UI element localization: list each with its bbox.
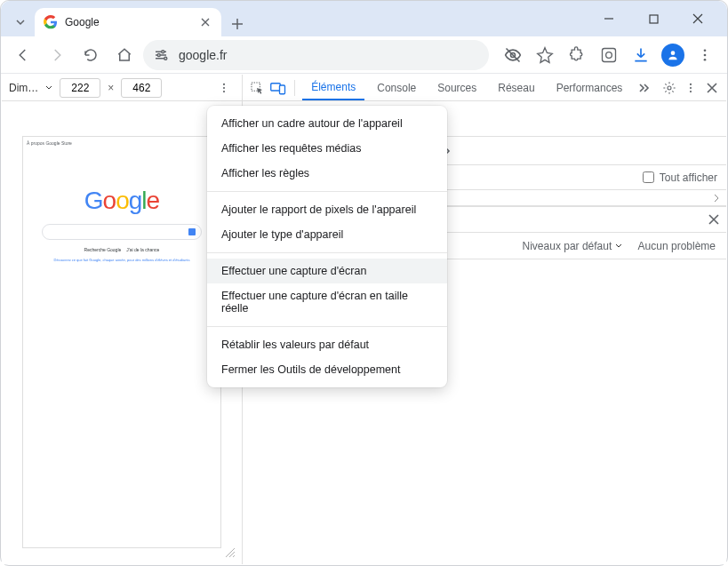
close-icon (708, 214, 719, 225)
svg-rect-5 (603, 48, 616, 61)
svg-point-2 (157, 53, 160, 56)
address-bar[interactable]: google.fr (143, 40, 489, 70)
tab-close-button[interactable] (198, 15, 212, 29)
plus-icon (231, 18, 244, 30)
svg-point-18 (690, 83, 692, 84)
dimension-separator: × (108, 82, 114, 94)
mini-top-left: À propos Google Store (27, 140, 72, 146)
forward-button[interactable] (42, 40, 72, 70)
svg-rect-0 (650, 15, 658, 23)
downloads-button[interactable] (626, 40, 656, 70)
svg-point-10 (704, 58, 707, 60)
incognito-indicator[interactable] (498, 40, 528, 70)
inspect-element-button[interactable] (248, 77, 266, 99)
device-height-input[interactable] (121, 78, 162, 98)
menu-item-show-rulers[interactable]: Afficher les règles (207, 161, 447, 186)
toggle-device-button[interactable] (269, 77, 287, 99)
profile-button[interactable] (658, 40, 688, 70)
download-icon (632, 46, 650, 64)
kebab-icon (684, 82, 697, 94)
device-toolbar: Dim… × (2, 75, 242, 101)
issues-status[interactable]: Aucun problème (638, 240, 716, 252)
svg-point-17 (668, 86, 671, 90)
arrow-left-icon (15, 47, 31, 63)
kebab-icon (697, 47, 713, 63)
window-minimize-button[interactable] (594, 6, 624, 31)
tune-icon (153, 47, 169, 63)
chevron-down-icon (15, 17, 26, 28)
mini-btn-lucky: J'ai de la chance (126, 247, 159, 252)
chevron-double-right-icon (637, 82, 650, 94)
arrow-right-icon (49, 47, 65, 63)
home-button[interactable] (109, 40, 140, 70)
svg-point-20 (690, 91, 692, 92)
menu-item-add-dpr[interactable]: Ajouter le rapport de pixels de l'appare… (207, 197, 447, 222)
lens-icon (600, 46, 618, 64)
viewport-resize-handle[interactable] (224, 546, 236, 559)
caret-down-icon (615, 243, 622, 250)
close-icon (201, 18, 210, 27)
lens-button[interactable] (594, 40, 624, 70)
menu-item-capture-full-screenshot[interactable]: Effectuer une capture d'écran en taille … (207, 283, 447, 321)
window-maximize-button[interactable] (638, 6, 668, 31)
log-levels-dropdown[interactable]: Niveaux par défaut (523, 240, 622, 252)
svg-point-7 (671, 51, 676, 55)
star-icon (536, 46, 554, 64)
reload-icon (83, 47, 99, 63)
maximize-icon (649, 14, 659, 24)
minimize-icon (604, 13, 614, 24)
menu-item-reset-defaults[interactable]: Rétablir les valeurs par défaut (207, 332, 447, 357)
back-button[interactable] (8, 40, 38, 70)
drawer-close-button[interactable] (708, 214, 719, 225)
tab-search-button[interactable] (6, 8, 35, 36)
caret-down-icon (45, 84, 52, 92)
tab-elements[interactable]: Éléments (302, 75, 364, 100)
mini-footer-text: Découvrez ce que fait Google, chaque ann… (54, 258, 190, 263)
eye-off-icon (504, 46, 522, 64)
devtools-menu-button[interactable] (682, 77, 700, 99)
svg-point-6 (606, 52, 612, 58)
google-favicon-icon (44, 15, 58, 29)
tab-network[interactable]: Réseau (489, 75, 543, 100)
close-icon (692, 13, 703, 24)
window-close-button[interactable] (683, 6, 713, 31)
devtools-main-tabs: Éléments Console Sources Réseau Performa… (243, 75, 726, 101)
menu-item-show-media-queries[interactable]: Afficher les requêtes médias (207, 136, 447, 161)
resize-grip-icon (224, 546, 236, 559)
tab-sources[interactable]: Sources (428, 75, 485, 100)
mini-search-box (42, 224, 202, 240)
bookmark-button[interactable] (530, 40, 560, 70)
chrome-menu-button[interactable] (690, 40, 720, 70)
device-dimensions-dropdown[interactable]: Dim… (9, 82, 38, 94)
puzzle-icon (568, 46, 586, 64)
browser-toolbar: google.fr (1, 36, 727, 74)
device-toolbar-menu-button[interactable] (213, 77, 235, 99)
svg-point-3 (164, 57, 167, 60)
svg-rect-15 (271, 83, 281, 90)
device-emulation-pane: Dim… × À propos Google Store (2, 75, 242, 564)
svg-rect-16 (280, 85, 285, 94)
svg-point-11 (223, 83, 225, 84)
browser-tab[interactable]: Google (35, 8, 221, 36)
menu-item-show-device-frame[interactable]: Afficher un cadre autour de l'appareil (207, 111, 447, 136)
close-icon (707, 83, 717, 93)
tab-performance[interactable]: Performances (548, 75, 632, 100)
menu-item-capture-screenshot[interactable]: Effectuer une capture d'écran (207, 259, 447, 283)
site-info-button[interactable] (152, 46, 170, 64)
url-text: google.fr (179, 48, 227, 62)
device-options-menu: Afficher un cadre autour de l'appareil A… (207, 106, 447, 387)
new-tab-button[interactable] (225, 12, 250, 36)
device-icon (270, 81, 286, 95)
devtools-close-button[interactable] (703, 77, 721, 99)
tabs-overflow-button[interactable] (635, 77, 652, 99)
extensions-button[interactable] (562, 40, 592, 70)
menu-item-add-device-type[interactable]: Ajouter le type d'appareil (207, 222, 447, 247)
tab-title: Google (65, 16, 100, 28)
devtools-settings-button[interactable] (660, 77, 678, 99)
device-width-input[interactable] (60, 78, 100, 98)
tab-console[interactable]: Console (368, 75, 425, 100)
show-all-checkbox[interactable] (643, 171, 654, 183)
emulated-screen[interactable]: À propos Google Store Google Recherche G… (23, 137, 220, 547)
menu-item-close-devtools[interactable]: Fermer les Outils de développement (207, 357, 447, 382)
reload-button[interactable] (76, 40, 106, 70)
